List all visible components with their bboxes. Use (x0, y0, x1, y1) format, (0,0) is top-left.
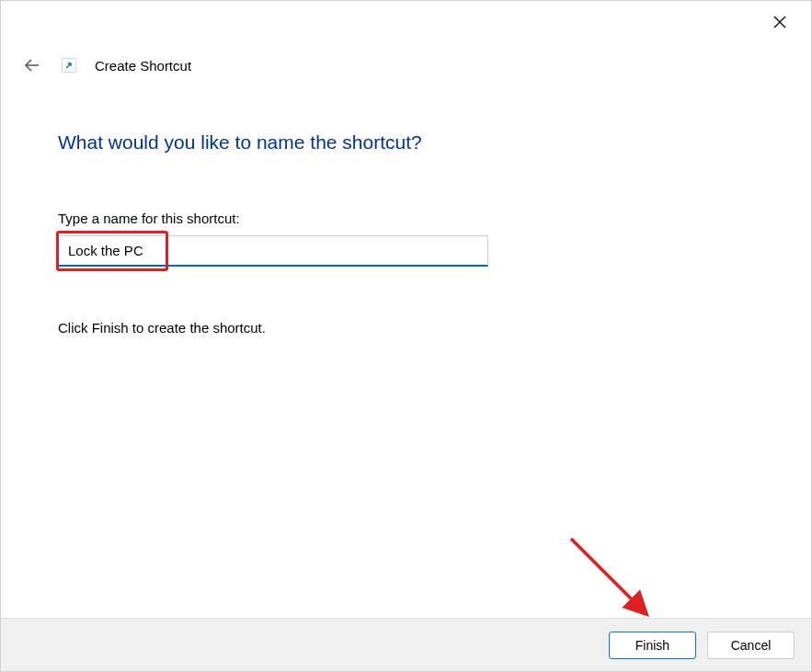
close-icon (773, 16, 786, 28)
svg-line-4 (571, 539, 645, 612)
title-bar (1, 1, 811, 38)
finish-button[interactable]: Finish (609, 632, 696, 659)
page-heading: What would you like to name the shortcut… (58, 131, 754, 154)
wizard-title: Create Shortcut (95, 58, 191, 74)
back-button[interactable] (21, 54, 43, 76)
shortcut-name-input[interactable] (58, 235, 488, 267)
input-label: Type a name for this shortcut: (58, 211, 754, 226)
footer-bar: Finish Cancel (1, 618, 811, 671)
arrow-left-icon (24, 57, 40, 74)
instruction-text: Click Finish to create the shortcut. (58, 320, 754, 336)
shortcut-overlay-icon (62, 58, 76, 73)
close-button[interactable] (760, 8, 800, 36)
header-row: Create Shortcut (1, 38, 811, 76)
input-wrapper (58, 235, 488, 267)
cancel-button[interactable]: Cancel (707, 632, 795, 659)
content-area: What would you like to name the shortcut… (1, 76, 811, 336)
